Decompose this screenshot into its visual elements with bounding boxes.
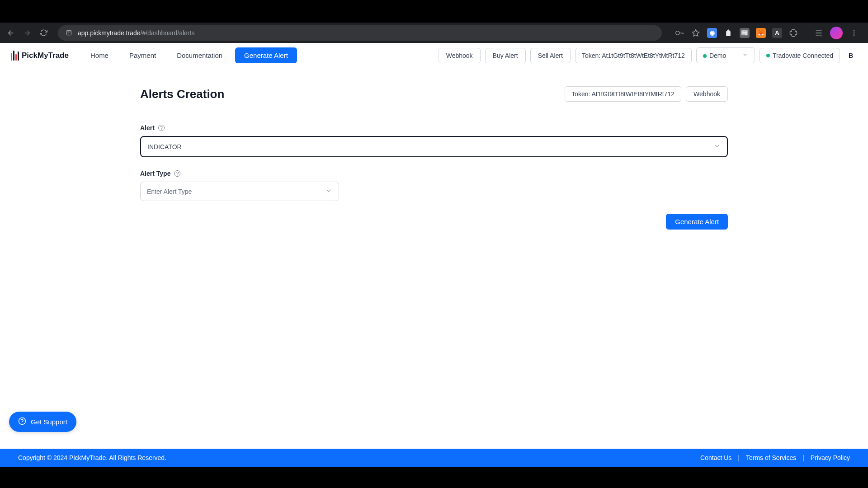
extension-icon[interactable] (723, 28, 733, 38)
svg-point-9 (854, 32, 855, 33)
alert-select[interactable]: INDICATOR (140, 136, 728, 157)
bookmark-icon[interactable] (691, 28, 701, 38)
generate-alert-button[interactable]: Generate Alert (666, 214, 728, 230)
logo[interactable]: PickMyTrade (11, 51, 69, 61)
support-icon (18, 417, 26, 427)
footer-contact-link[interactable]: Contact Us (700, 454, 731, 461)
alert-type-label: Alert Type ? (140, 170, 728, 177)
account-value: Demo (709, 52, 726, 59)
status-dot-icon (703, 54, 707, 58)
back-button[interactable] (5, 27, 17, 39)
webhook-button[interactable]: Webhook (439, 48, 481, 63)
footer: Copyright © 2024 PickMyTrade. All Rights… (0, 449, 868, 467)
url-path: /#/dashboard/alerts (141, 29, 195, 37)
profile-avatar[interactable] (830, 27, 843, 39)
svg-rect-0 (66, 31, 71, 35)
get-support-button[interactable]: Get Support (9, 412, 76, 432)
nav-generate-alert-button[interactable]: Generate Alert (235, 47, 297, 63)
user-avatar[interactable]: B (844, 49, 857, 62)
buy-alert-button[interactable]: Buy Alert (485, 48, 526, 63)
nav-home[interactable]: Home (82, 48, 117, 63)
svg-point-10 (854, 34, 855, 36)
reading-list-icon[interactable] (814, 28, 824, 38)
alert-type-placeholder: Enter Alert Type (147, 188, 192, 195)
connection-text: Tradovate Connected (773, 52, 833, 59)
app-header: PickMyTrade Home Payment Documentation G… (0, 43, 868, 68)
token-badge: Token: At1tGt9tTt8tWtEt8tYtMtRt712 (575, 48, 692, 63)
url-domain: app.pickmytrade.trade (78, 29, 141, 37)
alert-value: INDICATOR (147, 143, 182, 150)
page-token-badge: Token: At1tGt9tTt8tWtEt8tYtMtRt712 (565, 86, 681, 102)
svg-point-8 (854, 30, 855, 32)
reload-button[interactable] (37, 27, 50, 39)
menu-icon[interactable] (849, 28, 859, 38)
nav-documentation[interactable]: Documentation (169, 48, 231, 63)
footer-privacy-link[interactable]: Privacy Policy (811, 454, 850, 461)
extension-icon[interactable]: 📰 (740, 28, 750, 38)
svg-marker-4 (693, 29, 699, 36)
chevron-down-icon (713, 142, 721, 151)
svg-point-3 (676, 31, 679, 34)
extension-icon[interactable]: A (772, 28, 782, 38)
copyright: Copyright © 2024 PickMyTrade. All Rights… (18, 454, 166, 461)
nav-payment[interactable]: Payment (121, 48, 164, 63)
chevron-down-icon (325, 187, 332, 196)
account-select[interactable]: Demo (696, 47, 755, 63)
help-icon[interactable]: ? (158, 125, 165, 131)
extension-icon[interactable]: ◉ (707, 28, 717, 38)
address-bar[interactable]: app.pickmytrade.trade/#/dashboard/alerts (58, 25, 662, 41)
logo-icon (11, 51, 19, 61)
forward-button[interactable] (21, 27, 33, 39)
status-dot-icon (766, 54, 770, 57)
browser-toolbar: app.pickmytrade.trade/#/dashboard/alerts… (0, 23, 868, 43)
alert-label: Alert ? (140, 124, 728, 131)
site-info-icon[interactable] (64, 28, 73, 38)
chevron-down-icon (742, 52, 748, 59)
page-title: Alerts Creation (140, 87, 224, 101)
support-label: Get Support (31, 418, 67, 426)
password-icon[interactable] (675, 28, 684, 38)
page-webhook-button[interactable]: Webhook (686, 86, 728, 102)
sell-alert-button[interactable]: Sell Alert (530, 48, 571, 63)
extension-icon[interactable]: 🦊 (756, 28, 766, 38)
extensions-icon[interactable] (788, 28, 798, 38)
help-icon[interactable]: ? (174, 170, 180, 177)
connection-badge: Tradovate Connected (760, 48, 840, 63)
logo-text: PickMyTrade (22, 51, 69, 60)
alert-type-select[interactable]: Enter Alert Type (140, 182, 339, 201)
footer-terms-link[interactable]: Terms of Services (746, 454, 796, 461)
